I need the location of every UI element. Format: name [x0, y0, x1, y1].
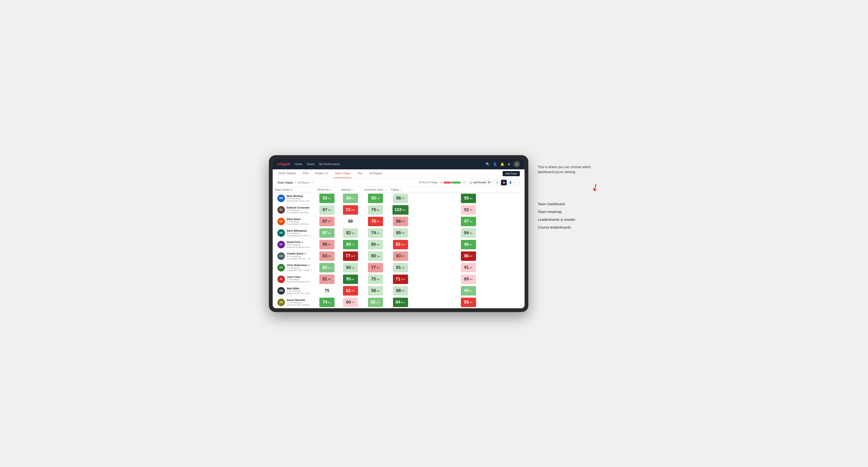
score-value: 88 [348, 219, 353, 224]
tab-hcaps[interactable]: Hcaps 1-5 [314, 169, 329, 178]
nav-link-home[interactable]: Home [294, 161, 302, 167]
avatar[interactable]: U [514, 161, 520, 167]
table-row[interactable]: DF David Ford ✓ Plus Handicap Royal Nort… [273, 239, 525, 250]
score-putting-1: 92 3▼ [412, 204, 525, 216]
player-avatar: CR [277, 264, 285, 272]
score-box: 83 10▼ [393, 240, 408, 249]
player-cell-8: MM Matt Miller 6-10 Handicap Woburn Golf… [273, 285, 315, 297]
view-download-button[interactable]: ↓ [514, 180, 520, 185]
team-name: Team Clippd [277, 181, 293, 184]
score-approach-0: 85 8▲ [362, 192, 389, 204]
view-grid-button[interactable]: ⊞ [494, 180, 500, 185]
add-team-button[interactable]: Add Team [503, 171, 520, 176]
view-heatmap-button[interactable]: ▦ [501, 180, 507, 185]
tab-all-players[interactable]: All Players [368, 169, 383, 178]
table-row[interactable]: CR Chris Robertson ✓ 1-5 Handicap Craigm… [273, 262, 525, 273]
player-name: Chris Robertson ✓ [287, 264, 313, 267]
score-value: 77 [346, 253, 350, 258]
tab-pgat-players[interactable]: PGAT Players [277, 169, 297, 178]
player-club: Gog Magog Golf Club, United Kingdom [287, 235, 313, 237]
nav-link-performance[interactable]: My Performance [319, 161, 340, 167]
score-off_tee-2: 88 [339, 216, 362, 227]
score-around_green-7: 71 11▼ [389, 273, 412, 285]
player-club: Craigmillar Park, United Kingdom [287, 269, 313, 272]
score-box: 97 5▲ [461, 217, 476, 226]
profile-icon[interactable]: 👤 [493, 162, 497, 166]
player-avatar: EE [277, 218, 285, 225]
score-value: 95 [464, 196, 469, 201]
score-value: 82 [323, 265, 328, 270]
player-handicap: Plus Handicap [287, 244, 313, 246]
score-value: 95 [346, 277, 351, 282]
player-name: David Ford ✓ [287, 241, 313, 244]
col-putting: Putting — [389, 187, 412, 193]
view-icons: ⊞ ▦ 👤 ↓ [494, 180, 520, 185]
bell-icon[interactable]: 🔔 [500, 162, 504, 166]
score-value: 85 [323, 242, 328, 247]
player-name: Blair McHarg [287, 195, 313, 197]
edit-icon[interactable]: ✏ [311, 181, 313, 184]
score-value: 83 [323, 253, 328, 258]
score-player_quality-4: 85 3▼ [315, 239, 339, 250]
score-box: 61 3▼ [343, 286, 358, 295]
arrow-icon: ↙ [589, 180, 601, 194]
table-row[interactable]: EC Edward Crossman 1-5 Handicap Sunningd… [273, 204, 525, 216]
score-putting-9: 85 4▼ [412, 297, 525, 308]
table-container: Player Quality ▼ Off the Tee — Approach … [273, 187, 525, 308]
score-box: 85 3▼ [393, 228, 408, 238]
table-row[interactable]: EE Elliot Ebert 1-5 Handicap Sunningdale… [273, 216, 525, 227]
player-info: Chris Robertson ✓ 1-5 Handicap Craigmill… [287, 264, 313, 272]
search-icon[interactable]: 🔍 [486, 162, 490, 166]
score-box: 75 [319, 286, 335, 295]
table-row[interactable]: BM Blair McHarg Plus Handicap Royal Nort… [273, 192, 525, 204]
score-value: 74 [371, 230, 376, 236]
nav-link-teams[interactable]: Teams [306, 161, 315, 167]
table-row[interactable]: JC Josh Coles 1-5 Handicap Royal North D… [273, 273, 525, 285]
score-value: 84 [396, 300, 400, 305]
score-around_green-4: 83 10▼ [389, 239, 412, 250]
score-value: 75 [371, 219, 376, 224]
score-box: 74 8▲ [319, 298, 335, 307]
settings-icon[interactable]: ⊕ [507, 162, 510, 166]
view-person-button[interactable]: 👤 [507, 180, 513, 185]
table-row[interactable]: DB Dave Billingham 1-5 Handicap Gog Mago… [273, 227, 525, 239]
score-box: 75 3▼ [368, 217, 383, 226]
player-avatar: MM [277, 287, 285, 294]
last-rounds-button[interactable]: 📊 Last Rounds: 20 [467, 180, 493, 185]
score-value: 61 [346, 288, 351, 293]
table-row[interactable]: MM Matt Miller 6-10 Handicap Woburn Golf… [273, 285, 525, 297]
navbar: clippd Home Teams My Performance 🔍 👤 🔔 ⊕… [273, 159, 525, 169]
score-value: 84 [346, 196, 351, 201]
tab-tour[interactable]: Tour [356, 169, 364, 178]
score-box: 87 1▲ [319, 205, 335, 215]
score-value: 93 [323, 196, 328, 201]
separator: | [294, 181, 295, 184]
score-around_green-2: 86 6▼ [389, 216, 412, 227]
score-box: 96 3▲ [461, 240, 476, 249]
tab-team-clippd[interactable]: Team Clippd [334, 169, 351, 178]
score-off_tee-4: 89 7▲ [339, 239, 362, 250]
player-club: Royal North Devon Golf Club, United King… [287, 281, 313, 283]
player-avatar: BM [277, 195, 285, 202]
score-value: 86 [464, 253, 469, 258]
player-avatar: EC [277, 206, 285, 214]
score-box: 60 2▲ [343, 263, 358, 272]
score-value: 87 [323, 230, 328, 236]
team-header: Team Clippd | 14 Players ✏ 20 Round Chan… [273, 178, 525, 187]
table-row[interactable]: AN Aaron Nicholls 11-15 Handicap Drift G… [273, 297, 525, 308]
annotation-arrow: ↙ [538, 182, 599, 192]
score-value: 96 [464, 242, 469, 247]
score-box: 84 6▲ [343, 194, 358, 203]
table-row[interactable]: CQ Charlie Quick ✓ 6-10 Handicap St. Geo… [273, 250, 525, 262]
score-value: 80 [371, 253, 376, 258]
player-cell-6: CR Chris Robertson ✓ 1-5 Handicap Craigm… [273, 262, 315, 273]
tab-pga[interactable]: PGA [302, 169, 309, 178]
round-change-section: 20 Round Change -5 +5 📊 Last Rounds: 20 … [418, 180, 520, 185]
score-box: 93 4▲ [319, 194, 335, 203]
score-box: 74 1▲ [368, 228, 383, 238]
last-rounds-icon: 📊 [469, 181, 472, 184]
score-player_quality-6: 82 3▲ [315, 262, 339, 273]
score-box: 85 8▲ [368, 194, 383, 203]
score-value: 92 [464, 207, 469, 212]
score-box: 95 8▲ [343, 275, 358, 284]
